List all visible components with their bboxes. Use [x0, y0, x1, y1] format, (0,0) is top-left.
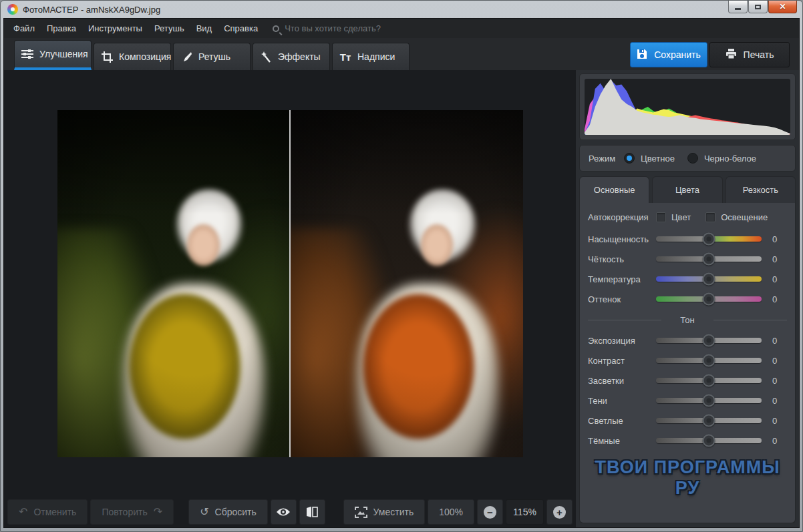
menu-view[interactable]: Вид — [196, 23, 212, 33]
slider-handle[interactable] — [703, 435, 715, 447]
watermark-text: ТВОИ ПРОГРАММЫ РУ — [588, 457, 787, 516]
tab-enhancements[interactable]: Улучшения — [14, 40, 92, 70]
contrast-slider[interactable] — [656, 358, 762, 363]
blacks-slider[interactable] — [656, 438, 762, 443]
slider-handle[interactable] — [703, 293, 715, 306]
right-panel: Режим Цветное Черно-белое Основные Цвета… — [576, 70, 799, 527]
slider-handle[interactable] — [703, 253, 715, 266]
menu-file[interactable]: Файл — [13, 23, 35, 33]
photo-before[interactable] — [57, 110, 290, 457]
saturation-slider[interactable] — [656, 236, 762, 242]
whites-slider[interactable] — [656, 418, 762, 423]
zoom-in-button[interactable]: + — [546, 499, 573, 525]
zoom-level-value: 115% — [513, 507, 536, 517]
tab-label: Улучшения — [39, 49, 88, 59]
radio-bw[interactable] — [687, 153, 698, 164]
slider-label: Контраст — [588, 356, 656, 366]
zoom-out-button[interactable]: − — [477, 499, 503, 525]
clarity-slider[interactable] — [656, 256, 762, 262]
photo-after[interactable] — [291, 110, 523, 457]
text-icon: Tт — [339, 51, 351, 63]
slider-handle[interactable] — [703, 374, 715, 387]
menu-help[interactable]: Справка — [224, 23, 258, 33]
shadows-slider[interactable] — [656, 398, 762, 403]
settings-body: Автокоррекция Цвет Освещение Насыщенност… — [579, 203, 796, 523]
tab-label: Эффекты — [278, 51, 321, 62]
slider-value: 0 — [772, 234, 787, 244]
search-icon — [273, 25, 279, 32]
slider-handle[interactable] — [703, 394, 715, 407]
app-logo-icon — [7, 4, 18, 15]
tab-colors[interactable]: Цвета — [652, 176, 722, 203]
slider-row-temperature: Температура 0 — [588, 269, 787, 289]
split-view-button[interactable] — [299, 499, 325, 525]
undo-icon: ↶ — [19, 507, 27, 517]
settings-tabs: Основные Цвета Резкость — [579, 176, 796, 203]
tab-effects[interactable]: Эффекты — [253, 43, 330, 70]
zoom-100-button[interactable]: 100% — [428, 499, 474, 525]
slider-handle[interactable] — [703, 334, 715, 347]
checkbox-color[interactable] — [656, 212, 666, 222]
slider-row-saturation: Насыщенность 0 — [588, 229, 787, 249]
histogram-svg — [585, 79, 790, 135]
histogram — [585, 79, 790, 135]
photo-canvas[interactable] — [4, 70, 576, 497]
slider-value: 0 — [772, 294, 787, 304]
tab-composition[interactable]: Композиция — [94, 43, 171, 70]
slider-label: Засветки — [588, 376, 656, 386]
checkbox-lighting[interactable] — [705, 212, 715, 222]
save-label: Сохранить — [654, 49, 701, 60]
histogram-panel — [579, 73, 796, 140]
tint-slider[interactable] — [656, 296, 762, 302]
undo-label: Отменить — [33, 507, 76, 517]
radio-color[interactable] — [624, 153, 635, 164]
redo-button[interactable]: Повторить ↷ — [90, 499, 174, 525]
checkbox-color-label[interactable]: Цвет — [671, 212, 691, 222]
reset-label: Сбросить — [215, 507, 257, 517]
menu-retouch[interactable]: Ретушь — [154, 23, 184, 33]
sliders-icon — [21, 48, 33, 60]
radio-color-label[interactable]: Цветное — [641, 154, 675, 164]
undo-button[interactable]: ↶ Отменить — [7, 499, 88, 525]
tab-sharpness[interactable]: Резкость — [726, 176, 796, 203]
preview-original-button[interactable] — [271, 499, 297, 525]
slider-row-shadows: Тени 0 — [588, 390, 787, 411]
slider-handle[interactable] — [703, 233, 715, 246]
temperature-slider[interactable] — [656, 276, 762, 282]
main-tab-bar: Улучшения Композиция Ретушь Эффекты Tт Н… — [3, 38, 800, 70]
slider-label: Тёмные — [588, 436, 656, 446]
slider-value: 0 — [772, 436, 787, 446]
title-bar[interactable]: ФотоМАСТЕР - amNskXA9gDw.jpg ✕ — [3, 1, 800, 18]
exposure-slider[interactable] — [656, 338, 762, 343]
minimize-button[interactable] — [728, 1, 748, 13]
print-button[interactable]: Печать — [709, 42, 790, 67]
maximize-icon — [755, 5, 761, 9]
menu-edit[interactable]: Правка — [47, 23, 76, 33]
tab-basic[interactable]: Основные — [579, 176, 649, 203]
reset-button[interactable]: ↺ Сбросить — [188, 499, 268, 525]
tab-captions[interactable]: Tт Надписи — [332, 43, 410, 70]
slider-value: 0 — [772, 336, 787, 346]
app-window: ФотоМАСТЕР - amNskXA9gDw.jpg ✕ Файл Прав… — [0, 0, 803, 532]
brush-icon — [180, 51, 192, 63]
slider-label: Оттенок — [588, 294, 656, 304]
checkbox-lighting-label[interactable]: Освещение — [721, 212, 768, 222]
magic-wand-icon — [260, 51, 272, 63]
tab-label: Композиция — [119, 51, 171, 62]
save-button[interactable]: Сохранить — [630, 42, 707, 67]
slider-label: Насыщенность — [588, 234, 656, 244]
fit-icon — [355, 507, 367, 518]
menu-tools[interactable]: Инструменты — [88, 23, 142, 33]
fit-button[interactable]: Уместить — [343, 499, 426, 525]
slider-handle[interactable] — [703, 273, 715, 286]
window-controls: ✕ — [728, 1, 797, 13]
search-box[interactable]: Что вы хотите сделать? — [273, 23, 381, 33]
close-button[interactable]: ✕ — [768, 1, 797, 13]
tab-retouch[interactable]: Ретушь — [173, 43, 251, 70]
maximize-button[interactable] — [748, 1, 768, 13]
slider-handle[interactable] — [703, 354, 715, 367]
slider-handle[interactable] — [703, 415, 715, 427]
fit-label: Уместить — [373, 507, 414, 517]
radio-bw-label[interactable]: Черно-белое — [704, 154, 756, 164]
highlights-slider[interactable] — [656, 378, 762, 383]
